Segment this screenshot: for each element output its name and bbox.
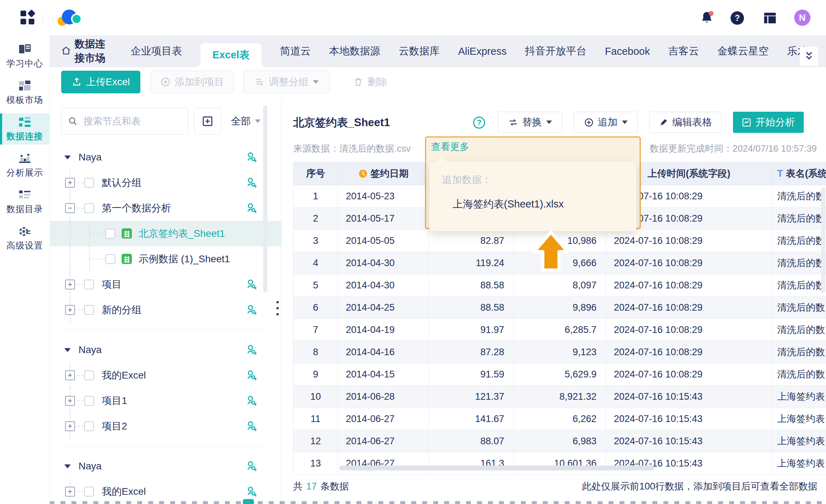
tree-item-label[interactable]: 默认分组 — [102, 170, 141, 195]
rail-item-data-catalog[interactable]: 数据目录 — [0, 186, 50, 217]
tooltip-filename: 上海签约表(Sheet1).xlsx — [453, 197, 564, 211]
collapse-icon[interactable]: − — [65, 203, 75, 213]
permission-icon[interactable] — [246, 177, 257, 190]
permission-icon[interactable] — [246, 421, 257, 433]
annotation-arrow-up-icon — [530, 230, 571, 274]
tab-云数据库[interactable]: 云数据库 — [399, 35, 440, 67]
add-to-project-button[interactable]: 添加到项目 — [151, 71, 234, 93]
tab-抖音开放平台[interactable]: 抖音开放平台 — [525, 35, 587, 67]
help-icon[interactable]: ? — [731, 11, 744, 25]
permission-icon[interactable] — [246, 461, 257, 473]
checkbox[interactable] — [84, 305, 94, 315]
row-count-summary: 共17条数据 — [293, 480, 349, 493]
tree-connector — [89, 259, 105, 259]
node-search — [61, 108, 188, 135]
sheet-help-icon[interactable]: ? — [473, 117, 485, 129]
append-button[interactable]: 追加 — [574, 112, 638, 133]
tab-Excel表[interactable]: Excel表 — [200, 43, 262, 67]
tab-本地数据源[interactable]: 本地数据源 — [329, 35, 380, 67]
tree-item-label[interactable]: 项目2 — [102, 414, 127, 439]
permission-icon[interactable] — [246, 279, 257, 292]
caret-down-icon[interactable] — [64, 464, 71, 468]
checkbox[interactable] — [84, 178, 94, 188]
rail-item-advanced-settings[interactable]: 高级设置 — [0, 223, 50, 254]
start-analysis-button[interactable]: 开始分析 — [733, 112, 804, 133]
permission-icon[interactable] — [246, 344, 257, 357]
add-node-button[interactable] — [194, 108, 221, 135]
rail-item-analysis-display[interactable]: 分析展示 — [0, 150, 50, 181]
delete-button[interactable]: 删除 — [347, 71, 393, 93]
expand-icon[interactable]: + — [65, 370, 75, 380]
checkbox[interactable] — [84, 203, 94, 213]
source-data-line: 来源数据：清洗后的数据.csv — [293, 142, 411, 155]
tree-item-label[interactable]: 项目 — [102, 272, 122, 297]
user-avatar[interactable]: N — [794, 10, 810, 26]
table-vertical-scrollbar[interactable] — [821, 187, 825, 293]
tree-item-label[interactable]: 第一个数据分析 — [102, 195, 171, 221]
checkbox[interactable] — [84, 487, 94, 497]
tree-item-label[interactable]: 我的Excel — [102, 363, 146, 388]
tree-item-label[interactable]: 北京签约表_Sheet1 — [139, 221, 225, 246]
expand-icon[interactable]: + — [65, 396, 75, 406]
permission-icon[interactable] — [246, 486, 257, 499]
expand-icon[interactable]: + — [65, 305, 75, 315]
tab-企业项目表[interactable]: 企业项目表 — [131, 35, 182, 67]
tree-item-label[interactable]: 新的分组 — [102, 297, 141, 323]
tab-AliExpress[interactable]: AliExpress — [458, 35, 507, 67]
rail-item-learning-center[interactable]: 学习中心 — [0, 41, 50, 72]
rail-item-data-connection[interactable]: 数据连接 — [0, 113, 50, 145]
permission-icon[interactable] — [246, 152, 257, 164]
table-horizontal-scrollbar[interactable] — [339, 465, 654, 470]
view-more-link[interactable]: 查看更多 — [431, 140, 469, 153]
expand-icon[interactable]: + — [65, 178, 75, 188]
checkbox[interactable] — [105, 254, 115, 264]
tree-item-label[interactable]: 示例数据 (1)_Sheet1 — [139, 246, 230, 272]
tab-吉客云[interactable]: 吉客云 — [668, 35, 699, 67]
tab-Facebook[interactable]: Facebook — [605, 35, 650, 67]
topbar-divider — [42, 13, 43, 23]
permission-icon[interactable] — [246, 370, 257, 382]
more-tabs-button[interactable] — [800, 47, 818, 66]
filter-all-dropdown[interactable]: 全部 — [231, 108, 261, 135]
tree-item-label[interactable]: 我的Excel — [102, 479, 146, 502]
checkbox[interactable] — [84, 280, 94, 289]
search-input[interactable] — [83, 116, 176, 127]
adjust-group-button[interactable]: 调整分组 — [243, 71, 330, 93]
workspace-layout-icon[interactable] — [764, 13, 776, 23]
table-cell: 161.3 — [429, 452, 514, 475]
caret-down-icon[interactable] — [64, 156, 71, 159]
permission-icon[interactable] — [246, 304, 257, 317]
grid-icon — [18, 80, 31, 92]
panel-resize-handle[interactable] — [274, 301, 281, 315]
caret-down-icon[interactable] — [64, 348, 71, 352]
expand-icon[interactable]: + — [65, 280, 75, 289]
notification-bell-icon[interactable] — [700, 11, 714, 25]
tab-简道云[interactable]: 简道云 — [280, 35, 311, 67]
permission-icon[interactable] — [246, 395, 257, 408]
table-cell: 9,123 — [514, 341, 606, 363]
tab-data-connection-market[interactable]: 数据连接市场 — [61, 35, 115, 67]
expand-icon[interactable]: + — [65, 421, 75, 431]
table-cell: 5 — [293, 274, 338, 297]
rail-item-template-market[interactable]: 模板市场 — [0, 77, 50, 108]
tree-root-label[interactable]: Naya — [78, 145, 101, 170]
apps-menu-icon[interactable] — [21, 11, 35, 25]
permission-icon[interactable] — [246, 203, 257, 215]
checkbox[interactable] — [84, 421, 94, 431]
checkbox[interactable] — [84, 370, 94, 380]
table-cell: 88.58 — [429, 274, 514, 297]
tab-金蝶云星空[interactable]: 金蝶云星空 — [717, 35, 769, 67]
checkbox[interactable] — [105, 229, 115, 239]
tree-item-默认分组: +默认分组 — [50, 170, 281, 195]
expand-icon[interactable]: + — [65, 487, 75, 497]
tree-root-label[interactable]: Naya — [78, 337, 101, 363]
plus-square-icon — [202, 115, 214, 127]
edit-table-button[interactable]: 编辑表格 — [649, 112, 722, 133]
checkbox[interactable] — [84, 396, 94, 406]
tree-scrollbar[interactable] — [263, 105, 267, 293]
replace-button[interactable]: 替换 — [498, 112, 562, 133]
tree-root-label[interactable]: Naya — [78, 453, 101, 479]
upload-excel-button[interactable]: 上传Excel — [61, 71, 140, 93]
brand-logo-icon[interactable] — [57, 8, 85, 27]
tree-item-label[interactable]: 项目1 — [102, 388, 127, 414]
